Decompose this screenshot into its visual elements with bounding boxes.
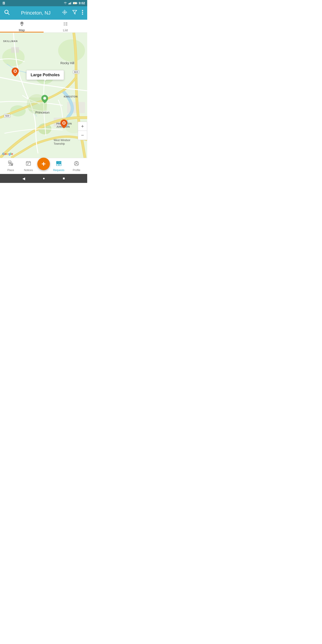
svg-point-47 <box>63 122 65 124</box>
svg-point-22 <box>82 12 83 13</box>
home-button[interactable]: ● <box>43 176 45 180</box>
svg-rect-59 <box>56 164 59 166</box>
pothole-tooltip[interactable]: Large Potholes <box>26 70 64 80</box>
svg-point-44 <box>14 70 16 72</box>
status-bar: ⚡ 9:02 <box>0 0 87 6</box>
tab-list[interactable]: List <box>44 20 87 32</box>
nav-profile-label: Profile <box>73 168 80 172</box>
list-tab-icon <box>63 22 68 28</box>
bottom-nav: Place Notices <box>0 158 87 174</box>
road-569-badge: 569 <box>4 114 10 118</box>
zoom-out-button[interactable]: − <box>78 131 87 140</box>
filter-button[interactable] <box>71 9 78 17</box>
search-button[interactable] <box>3 8 11 18</box>
marker-orange-2[interactable] <box>60 120 68 129</box>
tooltip-text: Large Potholes <box>31 73 60 77</box>
sim-icon <box>2 2 5 5</box>
marker-green-1[interactable] <box>41 95 48 104</box>
svg-point-62 <box>76 162 77 164</box>
wifi-icon <box>64 2 67 4</box>
svg-rect-57 <box>59 161 61 162</box>
nav-notices-label: Notices <box>24 168 33 172</box>
svg-text:⚡: ⚡ <box>74 2 76 4</box>
nav-place-label: Place <box>8 168 14 172</box>
tab-map[interactable]: Map <box>0 20 44 32</box>
nav-profile[interactable]: Profile <box>68 160 86 172</box>
svg-rect-7 <box>71 2 71 4</box>
svg-point-21 <box>82 10 83 11</box>
svg-point-15 <box>63 10 66 14</box>
gps-button[interactable] <box>61 8 68 18</box>
status-bar-left <box>2 2 5 5</box>
svg-point-48 <box>9 162 10 163</box>
clock: 9:02 <box>79 1 85 5</box>
svg-rect-5 <box>69 3 70 4</box>
status-bar-right: ⚡ 9:02 <box>64 1 85 5</box>
svg-point-23 <box>82 14 83 15</box>
back-button[interactable]: ◀ <box>22 176 25 181</box>
road-603-badge: 603 <box>73 70 79 74</box>
more-menu-button[interactable] <box>81 9 84 17</box>
add-button[interactable] <box>37 158 50 170</box>
svg-rect-9 <box>77 3 77 4</box>
map-tab-label: Map <box>19 28 25 32</box>
svg-rect-6 <box>70 2 71 4</box>
location-title: Princeton, NJ <box>14 10 58 16</box>
svg-point-24 <box>21 22 22 24</box>
map-tab-icon <box>20 22 24 28</box>
nav-requests[interactable]: Requests <box>50 160 68 172</box>
view-tabs: Map List <box>0 20 87 33</box>
toolbar: Princeton, NJ <box>0 6 87 20</box>
svg-point-49 <box>12 164 12 165</box>
svg-rect-58 <box>59 162 61 164</box>
svg-point-45 <box>43 97 46 100</box>
place-icon <box>8 160 14 168</box>
nav-notices[interactable]: Notices <box>20 160 38 172</box>
battery-icon: ⚡ <box>73 2 77 4</box>
recent-button[interactable]: ■ <box>63 176 65 180</box>
nav-place[interactable]: Place <box>2 160 20 172</box>
svg-point-33 <box>58 39 85 62</box>
svg-rect-1 <box>3 3 4 3</box>
profile-icon <box>74 160 80 168</box>
map-view[interactable]: SKILLMAN Rocky Hill KINGSTON Princeton P… <box>0 33 87 158</box>
svg-point-14 <box>64 12 66 13</box>
svg-rect-56 <box>56 161 59 164</box>
nav-requests-label: Requests <box>53 168 64 172</box>
android-nav-bar: ◀ ● ■ <box>0 174 87 183</box>
notices-icon <box>26 160 31 168</box>
svg-line-13 <box>8 13 10 15</box>
marker-orange-1[interactable] <box>12 68 19 77</box>
signal-icon <box>68 2 72 4</box>
svg-rect-3 <box>3 4 4 4</box>
zoom-controls: + − <box>78 122 87 140</box>
requests-icon <box>56 160 62 168</box>
google-logo: Google <box>2 152 13 156</box>
list-tab-label: List <box>63 28 68 32</box>
svg-point-12 <box>5 10 8 14</box>
svg-marker-20 <box>73 10 77 14</box>
zoom-in-button[interactable]: + <box>78 122 87 131</box>
svg-rect-60 <box>59 164 61 166</box>
svg-rect-4 <box>68 3 69 4</box>
